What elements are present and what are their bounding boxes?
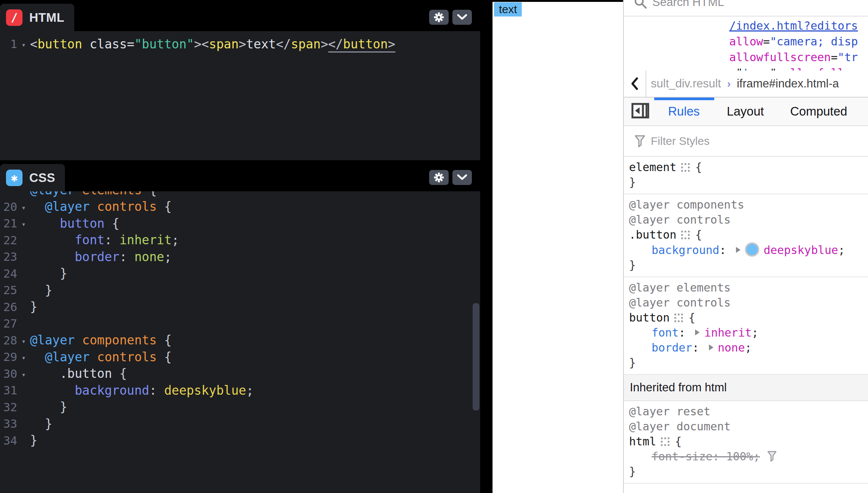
fold-arrow-icon[interactable]: ▾ <box>17 369 30 379</box>
rule-selector[interactable]: element{ <box>624 160 868 175</box>
fold-gutter <box>17 273 30 274</box>
line-number: 34 <box>0 434 17 447</box>
code-line[interactable]: 23 border: none; <box>0 248 471 265</box>
rule-selector[interactable]: .button{ <box>624 227 868 242</box>
preview-top-border <box>493 0 623 2</box>
fold-arrow-icon[interactable]: ▾ <box>17 335 30 345</box>
html-panel-tab[interactable]: / HTML <box>0 4 74 31</box>
rule-layer-label: @layer elements <box>624 280 868 295</box>
line-number: 21 <box>0 216 17 230</box>
rule-layer-label: @layer reset <box>624 404 868 419</box>
expand-value-icon[interactable] <box>694 329 700 336</box>
fold-arrow-icon[interactable]: ▾ <box>17 352 30 362</box>
code-line[interactable]: 20▾ @layer controls { <box>0 198 471 215</box>
html-settings-button[interactable] <box>429 10 449 25</box>
line-number: 27 <box>0 317 17 330</box>
filter-funnel-icon <box>634 135 646 147</box>
fold-gutter <box>17 323 30 324</box>
breadcrumb-back-button[interactable] <box>624 71 646 97</box>
code-line[interactable]: 26} <box>0 299 471 316</box>
rule-declaration[interactable]: background: deepskyblue; <box>624 242 868 258</box>
markup-line[interactable]: allowfullscreen="tr <box>729 50 868 65</box>
css-code-area[interactable]: @layer elements {20▾ @layer controls {21… <box>0 182 471 449</box>
editor-column: 1▾<button class="button"><span>text</spa… <box>0 0 480 493</box>
rules-view: element{}@layer components@layer control… <box>624 157 868 493</box>
css-panel-tab[interactable]: ✱ CSS <box>0 164 65 191</box>
code-line[interactable]: 1▾<button class="button"><span>text</spa… <box>0 36 471 53</box>
fold-gutter <box>17 423 30 424</box>
line-number: 33 <box>0 417 17 430</box>
code-text: border: none; <box>30 250 172 264</box>
highlight-selector-icon[interactable] <box>681 230 690 239</box>
code-line[interactable]: 28▾@layer components { <box>0 332 471 349</box>
fold-gutter <box>17 440 30 441</box>
rule-selector[interactable]: button{ <box>624 310 868 325</box>
rule-close-brace: } <box>624 355 868 370</box>
tab-layout[interactable]: Layout <box>727 104 764 119</box>
filter-property-icon[interactable] <box>767 451 777 462</box>
rule-declaration[interactable]: font-size: 100%; <box>624 449 868 464</box>
css-editor-scrollbar[interactable] <box>473 303 479 410</box>
collapse-sidebar-button[interactable] <box>631 103 649 120</box>
breadcrumb: sult_div.result › iframe#index.html-a <box>624 71 868 98</box>
css-rule: @layer components@layer controls.button{… <box>624 194 868 277</box>
rule-selector[interactable]: html{ <box>624 434 868 449</box>
rule-layer-label: @layer controls <box>624 212 868 227</box>
code-line[interactable]: 27 <box>0 315 471 332</box>
preview-text-button[interactable]: text <box>494 2 522 17</box>
code-text: } <box>30 266 67 281</box>
rule-declaration[interactable]: font: inherit; <box>624 325 868 340</box>
css-editor-panel: @layer elements {20▾ @layer controls {21… <box>0 160 480 493</box>
code-text: @layer controls { <box>30 350 172 364</box>
css-panel-header: ✱ CSS <box>0 160 480 191</box>
code-text: @layer controls { <box>30 199 172 214</box>
css-icon: ✱ <box>6 170 23 186</box>
code-line[interactable]: 21▾ button { <box>0 215 471 232</box>
breadcrumb-item-result-div[interactable]: sult_div.result <box>651 77 721 90</box>
code-line[interactable]: 30▾ .button { <box>0 365 471 382</box>
code-line[interactable]: 33 } <box>0 415 471 432</box>
markup-line[interactable]: allow="camera; disp <box>729 34 868 50</box>
code-line[interactable]: 31 background: deepskyblue; <box>0 382 471 399</box>
css-collapse-button[interactable] <box>452 170 472 185</box>
fold-arrow-icon[interactable]: ▾ <box>17 202 30 212</box>
markup-line[interactable]: /index.html?editors <box>729 18 868 34</box>
expand-value-icon[interactable] <box>708 344 714 351</box>
search-html-input[interactable]: Search HTML <box>624 0 868 17</box>
search-placeholder: Search HTML <box>652 0 724 9</box>
highlight-selector-icon[interactable] <box>674 313 683 322</box>
expand-value-icon[interactable] <box>735 246 741 254</box>
markup-view[interactable]: /index.html?editorsallow="camera; dispal… <box>624 17 868 71</box>
code-line[interactable]: 25 } <box>0 282 471 299</box>
code-line[interactable]: 32 } <box>0 399 471 416</box>
code-line[interactable]: 34} <box>0 432 471 449</box>
highlight-selector-icon[interactable] <box>681 163 690 172</box>
html-collapse-button[interactable] <box>452 10 472 25</box>
breadcrumb-item-iframe[interactable]: iframe#index.html-a <box>737 77 839 90</box>
filter-styles-input[interactable]: Filter Styles <box>624 126 868 157</box>
chevron-down-icon <box>457 174 467 180</box>
fold-arrow-icon[interactable]: ▾ <box>17 39 30 49</box>
editor-preview-divider[interactable] <box>480 0 493 493</box>
highlight-selector-icon[interactable] <box>661 437 670 446</box>
tab-computed[interactable]: Computed <box>790 104 847 119</box>
line-number: 1 <box>0 37 17 51</box>
rule-declaration[interactable]: border: none; <box>624 340 868 355</box>
color-swatch[interactable] <box>745 242 759 257</box>
code-line[interactable]: 24 } <box>0 265 471 282</box>
fold-arrow-icon[interactable]: ▾ <box>17 218 30 228</box>
markup-line[interactable]: ="true" allowfullscreen="true <box>729 65 868 71</box>
code-text: } <box>30 299 38 314</box>
css-rule: element{} <box>624 157 868 194</box>
line-number: 25 <box>0 283 17 297</box>
html-code-area[interactable]: 1▾<button class="button"><span>text</spa… <box>0 36 471 53</box>
tab-rules[interactable]: Rules <box>668 104 700 119</box>
breadcrumb-separator-icon: › <box>727 77 731 90</box>
line-number: 30 <box>0 367 17 380</box>
line-number: 31 <box>0 383 17 397</box>
chevron-left-icon <box>630 77 639 90</box>
code-line[interactable]: 29▾ @layer controls { <box>0 349 471 365</box>
code-line[interactable]: 22 font: inherit; <box>0 232 471 249</box>
css-settings-button[interactable] <box>429 170 449 185</box>
line-number: 32 <box>0 400 17 414</box>
